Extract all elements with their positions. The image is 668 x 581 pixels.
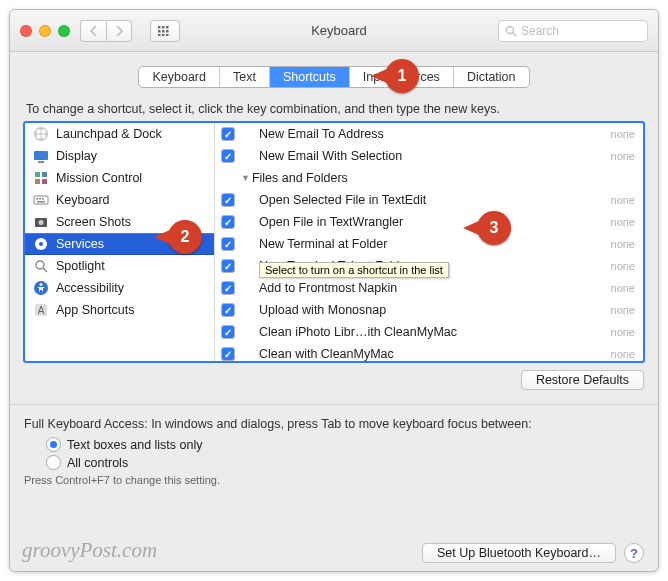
svg-rect-3 — [158, 30, 161, 33]
svg-rect-0 — [158, 26, 161, 29]
radio-label: Text boxes and lists only — [67, 438, 203, 452]
window-title: Keyboard — [190, 23, 488, 38]
svg-point-31 — [36, 261, 44, 269]
svg-rect-4 — [162, 30, 165, 33]
radio-all-controls[interactable]: All controls — [46, 455, 644, 470]
shortcut-value: none — [593, 238, 643, 250]
category-accessibility[interactable]: Accessibility — [25, 277, 214, 299]
tab-dictation[interactable]: Dictation — [454, 67, 529, 87]
show-all-button[interactable] — [150, 20, 180, 42]
screenshot-icon — [33, 214, 49, 230]
minimize-window-button[interactable] — [39, 25, 51, 37]
forward-button[interactable] — [106, 20, 132, 42]
category-launchpad-dock[interactable]: Launchpad & Dock — [25, 123, 214, 145]
shortcut-list[interactable]: ✓New Email To Addressnone✓New Email With… — [215, 123, 643, 361]
svg-rect-15 — [42, 135, 46, 139]
search-icon — [505, 25, 517, 37]
checkbox[interactable]: ✓ — [221, 127, 235, 141]
svg-rect-21 — [42, 179, 47, 184]
help-button[interactable]: ? — [624, 543, 644, 563]
svg-rect-12 — [37, 130, 41, 134]
svg-rect-26 — [37, 201, 45, 203]
checkbox[interactable]: ✓ — [221, 347, 235, 361]
list-item[interactable]: ✓New Email With Selectionnone — [215, 145, 643, 167]
category-label: Screen Shots — [56, 215, 131, 229]
search-field[interactable]: Search — [498, 20, 648, 42]
category-label: Services — [56, 237, 104, 251]
checkbox[interactable]: ✓ — [221, 149, 235, 163]
shortcut-label: Add to Frontmost Napkin — [241, 281, 593, 295]
category-app-shortcuts[interactable]: AApp Shortcuts — [25, 299, 214, 321]
shortcut-value: none — [593, 304, 643, 316]
shortcut-value: none — [593, 348, 643, 360]
list-item[interactable]: ✓Clean with CleanMyMacnone — [215, 343, 643, 361]
checkbox[interactable]: ✓ — [221, 303, 235, 317]
list-item[interactable]: ✓New Terminal at Foldernone — [215, 233, 643, 255]
disclosure-triangle-icon[interactable]: ▼ — [241, 173, 250, 183]
nav-buttons — [80, 20, 132, 42]
svg-point-34 — [40, 283, 43, 286]
checkbox[interactable]: ✓ — [221, 237, 235, 251]
separator — [10, 404, 658, 405]
back-button[interactable] — [80, 20, 106, 42]
shortcuts-panel: Launchpad & DockDisplayMission ControlKe… — [24, 122, 644, 362]
svg-rect-24 — [39, 198, 41, 200]
tooltip: Select to turn on a shortcut in the list — [259, 262, 449, 278]
svg-rect-19 — [42, 172, 47, 177]
footer: Set Up Bluetooth Keyboard… ? — [422, 543, 644, 563]
shortcut-value: none — [593, 326, 643, 338]
checkbox[interactable]: ✓ — [221, 215, 235, 229]
list-item[interactable]: ✓Clean iPhoto Libr…ith CleanMyMacnone — [215, 321, 643, 343]
list-item[interactable]: ✓Add to Frontmost Napkinnone — [215, 277, 643, 299]
shortcut-label: Upload with Monosnap — [241, 303, 593, 317]
tab-bar: KeyboardTextShortcutsInput SourcesDictat… — [24, 66, 644, 88]
close-window-button[interactable] — [20, 25, 32, 37]
shortcut-label: New Email To Address — [241, 127, 593, 141]
checkbox[interactable]: ✓ — [221, 281, 235, 295]
svg-rect-20 — [35, 179, 40, 184]
checkbox[interactable]: ✓ — [221, 325, 235, 339]
category-spotlight[interactable]: Spotlight — [25, 255, 214, 277]
list-item[interactable]: ✓Open Selected File in TextEditnone — [215, 189, 643, 211]
svg-rect-8 — [166, 34, 169, 36]
category-label: Accessibility — [56, 281, 124, 295]
svg-point-11 — [34, 127, 48, 141]
tab-keyboard[interactable]: Keyboard — [139, 67, 220, 87]
svg-rect-17 — [38, 161, 44, 163]
radio-label: All controls — [67, 456, 128, 470]
category-keyboard[interactable]: Keyboard — [25, 189, 214, 211]
tab-shortcuts[interactable]: Shortcuts — [270, 67, 350, 87]
traffic-lights — [20, 25, 70, 37]
svg-point-9 — [507, 26, 514, 33]
category-display[interactable]: Display — [25, 145, 214, 167]
svg-rect-13 — [42, 130, 46, 134]
keyboard-icon — [33, 192, 49, 208]
restore-defaults-button[interactable]: Restore Defaults — [521, 370, 644, 390]
setup-bluetooth-button[interactable]: Set Up Bluetooth Keyboard… — [422, 543, 616, 563]
svg-rect-22 — [34, 196, 48, 204]
svg-line-32 — [43, 268, 47, 272]
launchpad-icon — [33, 126, 49, 142]
titlebar: Keyboard Search — [10, 10, 658, 52]
checkbox[interactable]: ✓ — [221, 193, 235, 207]
list-item[interactable]: ✓New Email To Addressnone — [215, 123, 643, 145]
shortcut-label: Open Selected File in TextEdit — [241, 193, 593, 207]
svg-rect-6 — [158, 34, 161, 36]
shortcut-label: New Terminal at Folder — [241, 237, 593, 251]
checkbox[interactable]: ✓ — [221, 259, 235, 273]
svg-rect-7 — [162, 34, 165, 36]
list-item[interactable]: ✓Upload with Monosnapnone — [215, 299, 643, 321]
radio-text-boxes-only[interactable]: Text boxes and lists only — [46, 437, 644, 452]
zoom-window-button[interactable] — [58, 25, 70, 37]
list-group-header[interactable]: ▼Files and Folders — [215, 167, 643, 189]
list-item[interactable]: ✓Open File in TextWranglernone — [215, 211, 643, 233]
category-label: Launchpad & Dock — [56, 127, 162, 141]
shortcut-value: none — [593, 194, 643, 206]
category-mission-control[interactable]: Mission Control — [25, 167, 214, 189]
annotation-3: 3 — [477, 211, 511, 245]
shortcut-value: none — [593, 128, 643, 140]
shortcut-value: none — [593, 216, 643, 228]
svg-rect-25 — [42, 198, 44, 200]
category-label: App Shortcuts — [56, 303, 135, 317]
tab-text[interactable]: Text — [220, 67, 270, 87]
